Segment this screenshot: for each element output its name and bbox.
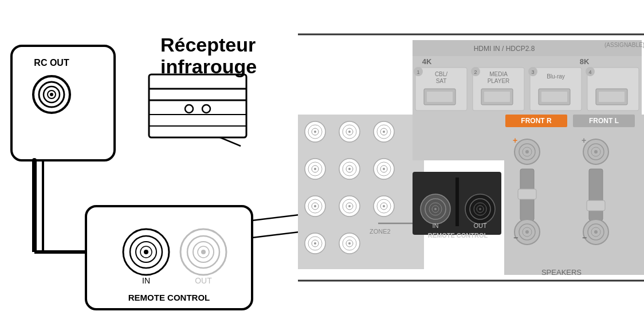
svg-rect-106 bbox=[484, 92, 510, 102]
svg-point-75 bbox=[383, 205, 385, 207]
res-8k-label: 8K bbox=[580, 57, 590, 66]
svg-point-133 bbox=[525, 230, 529, 234]
media-player-label: MEDIA bbox=[489, 71, 508, 77]
remote-in-label: IN bbox=[142, 276, 150, 285]
svg-point-95 bbox=[479, 208, 481, 210]
svg-rect-19 bbox=[149, 74, 246, 137]
svg-point-121 bbox=[525, 150, 529, 153]
svg-rect-96 bbox=[455, 178, 459, 226]
res-4k-label: 4K bbox=[422, 57, 432, 66]
panel-out-label: OUT bbox=[473, 222, 487, 229]
input-3-label: 3 bbox=[531, 69, 534, 75]
svg-point-137 bbox=[594, 230, 598, 234]
svg-point-59 bbox=[348, 168, 351, 170]
svg-point-51 bbox=[383, 131, 385, 133]
svg-point-24 bbox=[185, 105, 193, 113]
plus-l-label: + bbox=[582, 136, 586, 145]
svg-point-71 bbox=[348, 205, 351, 207]
svg-rect-102 bbox=[427, 92, 453, 102]
plus-r-label: + bbox=[513, 136, 517, 145]
input-2-label: 2 bbox=[474, 69, 477, 75]
svg-point-83 bbox=[348, 242, 351, 245]
svg-point-25 bbox=[202, 105, 210, 113]
svg-point-63 bbox=[383, 168, 385, 170]
minus-l-label: − bbox=[582, 233, 587, 242]
svg-point-125 bbox=[594, 150, 598, 153]
svg-rect-110 bbox=[541, 92, 567, 102]
svg-point-43 bbox=[314, 131, 316, 133]
panel-in-label: IN bbox=[433, 222, 439, 229]
input-1-label: 1 bbox=[417, 69, 419, 75]
cbl-sat-label: CBL/ bbox=[435, 71, 447, 77]
assignable-label: (ASSIGNABLE) bbox=[604, 42, 644, 48]
bluray-label: Blu-ray bbox=[547, 73, 565, 80]
svg-point-55 bbox=[314, 168, 316, 170]
minus-r-label: − bbox=[513, 233, 518, 242]
svg-rect-127 bbox=[518, 189, 536, 199]
panel-remote-control-label: REMOTE CONTROL bbox=[428, 232, 488, 239]
rc-out-label: RC OUT bbox=[34, 58, 69, 68]
speakers-label: SPEAKERS bbox=[541, 268, 582, 277]
main-container: RC OUT bbox=[0, 0, 644, 323]
svg-rect-114 bbox=[599, 92, 625, 102]
media-player-label2: PLAYER bbox=[488, 78, 510, 84]
remote-out-label: OUT bbox=[195, 276, 212, 285]
hdmi-header-label: HDMI IN / HDCP2.8 bbox=[474, 45, 535, 53]
front-l-label: FRONT L bbox=[589, 117, 619, 125]
svg-rect-128 bbox=[589, 169, 603, 220]
front-r-label: FRONT R bbox=[521, 117, 552, 125]
svg-point-90 bbox=[434, 208, 437, 210]
diagram-svg: RC OUT bbox=[0, 0, 644, 323]
svg-rect-129 bbox=[587, 200, 605, 211]
zone2-label: ZONE2 bbox=[370, 228, 391, 235]
svg-point-47 bbox=[348, 131, 351, 133]
svg-point-36 bbox=[201, 250, 206, 254]
svg-point-7 bbox=[50, 93, 53, 96]
svg-point-31 bbox=[144, 250, 148, 254]
recepteur-label-line2: infrarouge bbox=[160, 56, 257, 77]
svg-point-79 bbox=[314, 242, 316, 245]
cbl-sat-label2: SAT bbox=[436, 78, 447, 84]
input-4-label: 4 bbox=[588, 69, 591, 75]
svg-point-67 bbox=[314, 205, 316, 207]
recepteur-label-line1: Récepteur bbox=[160, 34, 256, 56]
remote-control-label: REMOTE CONTROL bbox=[128, 293, 210, 302]
